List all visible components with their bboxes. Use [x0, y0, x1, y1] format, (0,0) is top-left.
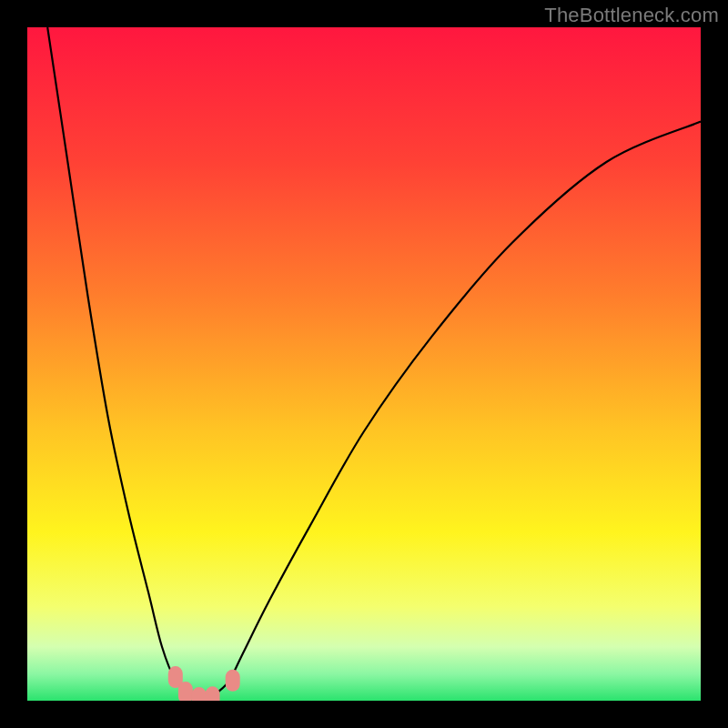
chart-svg: [27, 27, 701, 701]
highlight-dot: [178, 682, 193, 701]
highlight-dot: [226, 670, 240, 692]
watermark-text: TheBottleneck.com: [544, 4, 719, 27]
highlight-dot: [206, 686, 220, 701]
gradient-background: [27, 27, 701, 701]
plot-area: [27, 27, 701, 701]
chart-frame: TheBottleneck.com: [0, 0, 728, 728]
